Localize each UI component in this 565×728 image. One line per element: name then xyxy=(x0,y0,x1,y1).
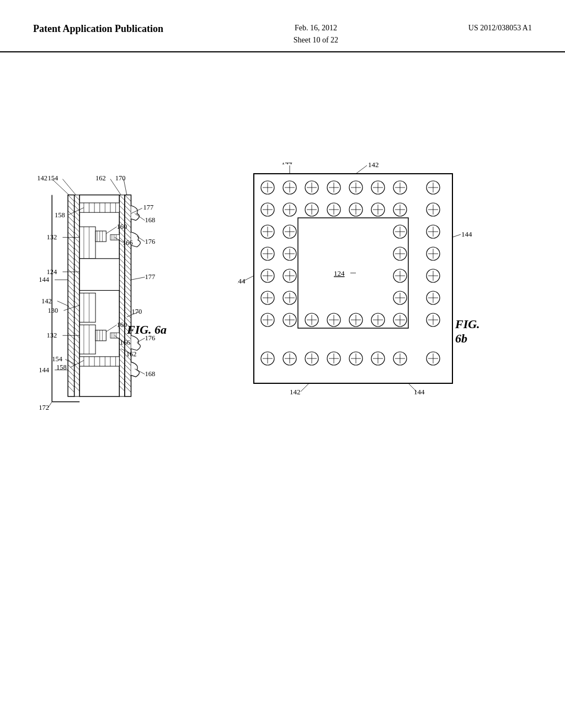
svg-line-138 xyxy=(125,312,131,318)
svg-text:160: 160 xyxy=(117,321,127,329)
svg-line-92 xyxy=(119,269,125,275)
svg-line-10 xyxy=(68,243,74,249)
svg-line-199 xyxy=(62,179,76,195)
svg-line-62 xyxy=(74,317,80,322)
sheet-info: Sheet 10 of 22 xyxy=(294,34,338,46)
svg-line-81 xyxy=(119,211,125,216)
svg-text:130: 130 xyxy=(48,307,58,314)
svg-line-29 xyxy=(68,343,74,350)
svg-line-5 xyxy=(68,216,74,223)
svg-line-91 xyxy=(119,264,125,269)
svg-text:144: 144 xyxy=(461,230,472,238)
svg-line-126 xyxy=(125,248,131,254)
svg-line-54 xyxy=(74,274,80,280)
svg-text:142: 142 xyxy=(290,388,301,396)
svg-line-72 xyxy=(74,370,80,376)
svg-text:172: 172 xyxy=(39,404,49,411)
svg-line-132 xyxy=(125,280,131,286)
svg-line-30 xyxy=(68,349,74,355)
svg-line-93 xyxy=(119,274,125,280)
svg-text:154: 154 xyxy=(48,174,59,181)
fig6a-section: 142 154 162 170 177 144 158 168 xyxy=(33,174,188,452)
svg-line-110 xyxy=(119,365,125,370)
svg-line-117 xyxy=(125,200,131,207)
svg-line-3 xyxy=(68,205,74,212)
svg-text:124: 124 xyxy=(334,269,345,277)
svg-line-89 xyxy=(119,253,125,259)
svg-line-26 xyxy=(68,328,74,334)
svg-line-50 xyxy=(74,253,80,259)
svg-line-78 xyxy=(119,195,125,200)
svg-line-223 xyxy=(131,277,145,280)
svg-line-119 xyxy=(125,211,131,217)
publication-date: Feb. 16, 2012 xyxy=(294,22,338,34)
svg-line-90 xyxy=(119,259,125,264)
svg-line-136 xyxy=(125,301,131,308)
svg-line-127 xyxy=(125,253,131,260)
svg-line-60 xyxy=(74,306,80,312)
svg-line-31 xyxy=(68,354,74,361)
svg-line-82 xyxy=(119,216,125,222)
svg-line-134 xyxy=(125,290,131,297)
publication-title: Patent Application Publication xyxy=(33,22,163,36)
fig6b-label: FIG. 6b xyxy=(455,317,486,346)
svg-line-9 xyxy=(68,237,74,244)
svg-line-399 xyxy=(356,165,367,174)
svg-line-67 xyxy=(74,343,80,349)
svg-line-407 xyxy=(301,383,309,392)
svg-line-74 xyxy=(74,381,80,386)
svg-line-51 xyxy=(74,259,80,264)
svg-line-14 xyxy=(68,264,74,270)
svg-line-112 xyxy=(119,375,125,381)
svg-text:160: 160 xyxy=(117,223,127,231)
svg-line-12 xyxy=(68,253,74,260)
svg-line-73 xyxy=(74,375,80,381)
svg-rect-179 xyxy=(79,357,119,366)
svg-line-135 xyxy=(125,296,131,302)
fig6b-section: 144 142 144 144 124 142 144 FIG. 6b xyxy=(237,163,486,419)
svg-line-225 xyxy=(57,301,69,307)
svg-line-2 xyxy=(68,200,74,207)
svg-line-4 xyxy=(68,211,74,217)
svg-text:144: 144 xyxy=(414,388,425,396)
svg-text:142: 142 xyxy=(37,174,47,181)
svg-line-24 xyxy=(68,317,74,323)
svg-line-118 xyxy=(125,205,131,212)
svg-line-18 xyxy=(68,285,74,292)
svg-text:132: 132 xyxy=(47,331,57,339)
svg-line-39 xyxy=(74,195,80,200)
fig6b-svg: 144 142 144 144 124 142 144 xyxy=(237,163,486,416)
svg-line-104 xyxy=(119,333,125,338)
svg-line-46 xyxy=(74,232,80,238)
svg-line-15 xyxy=(68,269,74,276)
svg-line-47 xyxy=(74,237,80,243)
svg-text:177: 177 xyxy=(143,204,154,211)
svg-line-36 xyxy=(68,381,74,387)
svg-line-63 xyxy=(74,322,80,328)
svg-line-98 xyxy=(119,301,125,307)
svg-line-68 xyxy=(74,349,80,354)
svg-line-149 xyxy=(125,370,131,377)
svg-line-48 xyxy=(74,243,80,248)
svg-line-32 xyxy=(68,359,74,366)
svg-line-20 xyxy=(68,296,74,302)
svg-line-75 xyxy=(74,386,80,391)
svg-line-108 xyxy=(119,354,125,360)
svg-line-52 xyxy=(74,264,80,269)
svg-line-88 xyxy=(119,248,125,253)
svg-line-116 xyxy=(125,195,131,201)
svg-line-40 xyxy=(74,200,80,206)
svg-rect-168 xyxy=(79,259,119,291)
svg-line-43 xyxy=(74,216,80,222)
svg-rect-153 xyxy=(79,203,119,212)
svg-line-71 xyxy=(74,365,80,370)
svg-text:166: 166 xyxy=(120,338,130,346)
svg-text:124: 124 xyxy=(47,268,58,276)
svg-line-94 xyxy=(119,280,125,285)
svg-text:168: 168 xyxy=(145,216,156,224)
svg-line-152 xyxy=(125,386,131,392)
svg-line-57 xyxy=(74,290,80,296)
svg-line-58 xyxy=(74,296,80,301)
svg-line-7 xyxy=(68,227,74,233)
svg-line-33 xyxy=(68,365,74,371)
